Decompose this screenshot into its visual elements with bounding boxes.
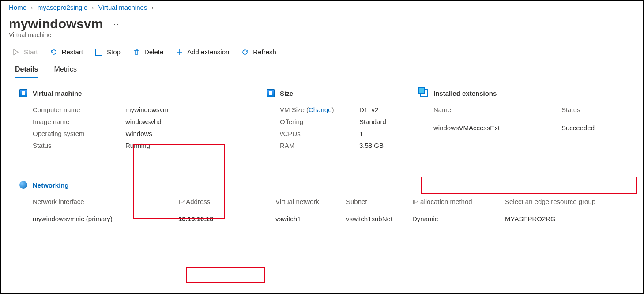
net-col-vnet: Virtual network	[275, 198, 346, 205]
stop-button[interactable]: Stop	[95, 48, 121, 56]
tabs: Details Metrics	[1, 60, 643, 79]
tab-details[interactable]: Details	[15, 65, 38, 78]
more-actions-button[interactable]: ···	[113, 19, 123, 29]
label-ram: RAM	[280, 142, 359, 149]
value-status: Running	[125, 142, 258, 149]
section-networking-title: Networking	[33, 181, 69, 189]
add-extension-button[interactable]: Add extension	[176, 48, 229, 56]
label-status: Status	[33, 142, 125, 149]
value-vcpus: 1	[359, 130, 412, 137]
chevron-right-icon: ›	[31, 4, 33, 11]
add-extension-label: Add extension	[187, 48, 229, 56]
value-computer-name: mywindowsvm	[125, 106, 258, 113]
value-ram: 3.58 GB	[359, 142, 412, 149]
delete-button[interactable]: Delete	[133, 48, 163, 56]
stop-label: Stop	[107, 48, 121, 56]
restart-icon	[50, 49, 57, 56]
net-col-subnet: Subnet	[346, 198, 412, 205]
start-label: Start	[24, 48, 38, 56]
section-size-title: Size	[280, 90, 293, 97]
net-col-ip: IP Address	[178, 198, 275, 205]
net-col-edge: Select an edge resource group	[505, 198, 637, 205]
network-row[interactable]: mywindowsvmnic (primary) 10.10.10.10 vsw…	[33, 215, 629, 222]
label-vcpus: vCPUs	[280, 130, 359, 137]
start-button: Start	[12, 48, 38, 56]
ext-status: Succeeded	[561, 124, 632, 132]
page-title: mywindowsvm	[9, 16, 103, 31]
net-col-alloc: IP allocation method	[412, 198, 505, 205]
refresh-label: Refresh	[253, 48, 276, 56]
ext-col-name: Name	[433, 106, 561, 113]
restart-button[interactable]: Restart	[50, 48, 83, 56]
restart-label: Restart	[62, 48, 83, 56]
value-os: Windows	[125, 130, 258, 137]
label-os: Operating system	[33, 130, 125, 137]
trash-icon	[133, 49, 140, 56]
toolbar: Start Restart Stop Delete Add extension …	[1, 45, 643, 60]
net-ip: 10.10.10.10	[178, 215, 275, 222]
plus-icon	[176, 49, 183, 56]
chevron-right-icon: ›	[92, 4, 94, 11]
change-size-link[interactable]: Change	[309, 106, 332, 113]
net-alloc: Dynamic	[412, 215, 505, 222]
extensions-icon	[420, 89, 428, 97]
vm-icon	[19, 89, 27, 97]
value-vm-size: D1_v2	[359, 106, 412, 113]
value-image-name: windowsvhd	[125, 118, 258, 125]
label-offering: Offering	[280, 118, 359, 125]
section-extensions-header: Installed extensions	[420, 89, 632, 97]
section-size-header: Size	[267, 89, 412, 97]
ext-name: windowsVMAccessExt	[433, 124, 561, 132]
label-vm-size: VM Size (Change)	[280, 106, 359, 113]
refresh-icon	[241, 49, 249, 56]
breadcrumb-section[interactable]: Virtual machines	[98, 4, 147, 11]
chevron-right-icon: ›	[151, 4, 154, 11]
extension-row[interactable]: windowsVMAccessExt Succeeded	[433, 121, 632, 134]
label-computer-name: Computer name	[33, 106, 125, 113]
play-icon	[12, 49, 19, 56]
tab-metrics[interactable]: Metrics	[54, 65, 77, 78]
ext-col-status: Status	[561, 106, 632, 113]
net-vnet: vswitch1	[275, 215, 346, 222]
delete-label: Delete	[144, 48, 163, 56]
refresh-button[interactable]: Refresh	[241, 48, 276, 56]
stop-icon	[95, 49, 102, 56]
breadcrumb-home[interactable]: Home	[9, 4, 26, 11]
size-icon	[267, 89, 275, 97]
section-vm-title: Virtual machine	[33, 90, 82, 97]
highlight-ip-address	[186, 267, 265, 283]
breadcrumb: Home › myasepro2single › Virtual machine…	[1, 1, 643, 12]
net-iface: mywindowsvmnic (primary)	[33, 215, 178, 222]
breadcrumb-resource[interactable]: myasepro2single	[38, 4, 87, 11]
section-vm-header: Virtual machine	[19, 89, 258, 97]
net-col-iface: Network interface	[33, 198, 178, 205]
globe-icon	[19, 181, 27, 189]
net-edge: MYASEPRO2RG	[505, 215, 637, 222]
value-offering: Standard	[359, 118, 412, 125]
section-extensions-title: Installed extensions	[433, 90, 497, 97]
net-subnet: vswitch1subNet	[346, 215, 412, 222]
label-image-name: Image name	[33, 118, 125, 125]
page-subtitle: Virtual machine	[1, 31, 643, 45]
section-networking-header[interactable]: Networking	[19, 181, 629, 189]
